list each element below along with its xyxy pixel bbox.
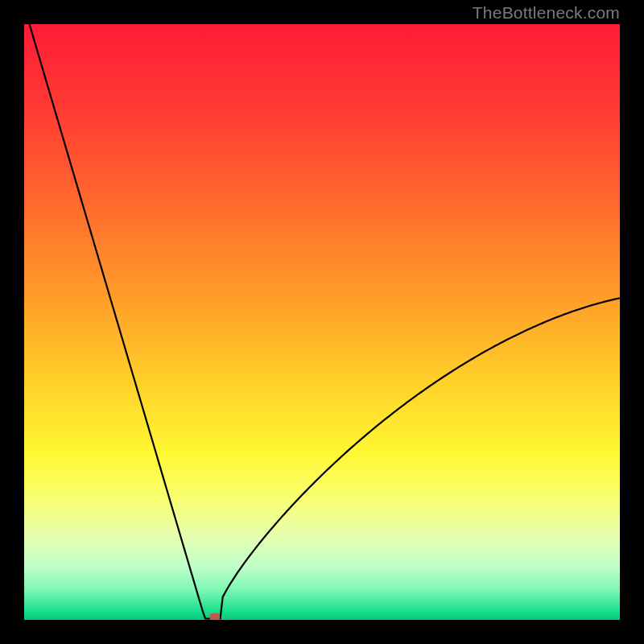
- gradient-background: [24, 24, 620, 620]
- plot-area: [24, 24, 620, 620]
- watermark-text: TheBottleneck.com: [473, 3, 620, 23]
- plot-svg: [24, 24, 620, 620]
- chart-frame: TheBottleneck.com: [0, 0, 644, 644]
- optimum-marker: [209, 613, 220, 620]
